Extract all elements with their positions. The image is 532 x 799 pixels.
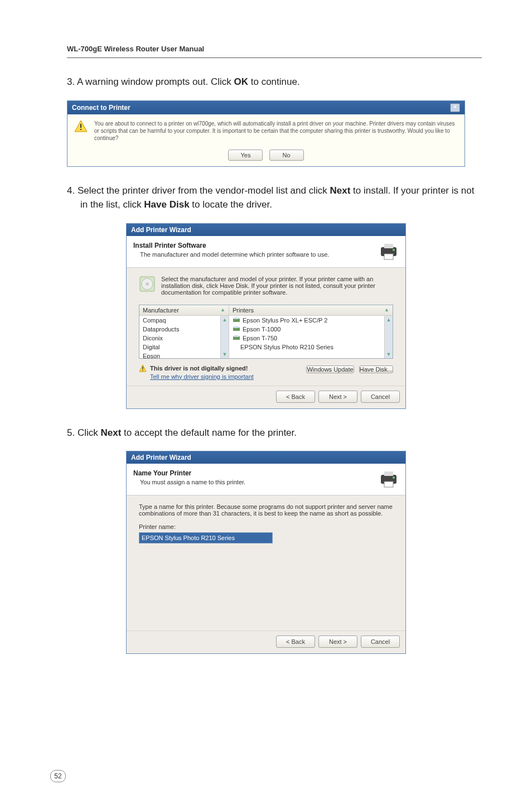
add-printer-wizard-name: Add Printer Wizard Name Your Printer You…: [126, 451, 406, 654]
list-item[interactable]: Compaq: [139, 316, 220, 325]
wizard2-heading: Name Your Printer: [133, 469, 379, 477]
sort-up-icon[interactable]: ▲: [220, 307, 225, 312]
printer-item-label: EPSON Stylus Photo R210 Series: [240, 344, 333, 350]
step-3: 3. A warning window prompts out. Click O…: [67, 75, 482, 89]
svg-rect-13: [234, 326, 239, 328]
wizard1-header: Install Printer Software The manufacture…: [127, 236, 405, 268]
warning-icon: [74, 120, 88, 132]
svg-rect-5: [384, 254, 393, 259]
scrollbar[interactable]: ▲ ▼: [384, 316, 393, 358]
list-item[interactable]: Diconix: [139, 334, 220, 343]
step-4-suffix: to locate the driver.: [190, 199, 272, 210]
step-4: 4. Select the printer driver from the ve…: [67, 184, 482, 212]
wizard1-buttons: < Back Next > Cancel: [127, 386, 405, 408]
list-item[interactable]: Epson T-1000: [229, 325, 384, 334]
have-disk-button[interactable]: Have Disk...: [359, 365, 393, 373]
scroll-down-icon[interactable]: ▼: [222, 352, 228, 357]
wizard1-heading: Install Printer Software: [133, 242, 379, 249]
next-button[interactable]: Next >: [318, 391, 357, 403]
printers-head[interactable]: Printers ▲: [229, 305, 393, 316]
scroll-up-icon[interactable]: ▲: [386, 317, 391, 323]
step-4-prefix: 4. Select the printer driver from the ve…: [67, 185, 330, 196]
driver-signing-link[interactable]: Tell me why driver signing is important: [150, 373, 254, 380]
step-4-next: Next: [330, 185, 350, 196]
list-item[interactable]: Epson Stylus Pro XL+ ESC/P 2: [229, 316, 384, 325]
printer-icon: [379, 242, 399, 262]
list-item[interactable]: EPSON Stylus Photo R210 Series: [229, 343, 384, 352]
sort-up-icon[interactable]: ▲: [384, 307, 389, 312]
page-number: 52: [50, 770, 66, 782]
step-5: 5. Click Next to accept the default name…: [67, 426, 482, 440]
printer-item-label: Epson Stylus Pro XL+ ESC/P 2: [243, 317, 327, 324]
svg-rect-11: [234, 317, 239, 319]
step-3-prefix: 3. A warning window prompts out. Click: [67, 76, 234, 87]
printer-item-label: Epson T-750: [243, 335, 277, 341]
wizard2-buttons: < Back Next > Cancel: [127, 630, 405, 653]
step-5-next: Next: [100, 427, 121, 438]
dialog1-warning-text: You are about to connect to a printer on…: [94, 120, 458, 142]
step-5-prefix: 5. Click: [67, 427, 100, 438]
list-item[interactable]: Epson T-750: [229, 334, 384, 343]
printer-name-label: Printer name:: [139, 523, 393, 530]
svg-rect-15: [234, 335, 239, 337]
svg-rect-2: [80, 129, 81, 130]
wizard2-title: Add Printer Wizard: [131, 454, 191, 461]
page-header: WL-700gE Wireless Router User Manual: [67, 45, 482, 58]
vendor-model-list: Manufacturer ▲ Compaq Dataproducts Dicon…: [139, 305, 393, 359]
cancel-button[interactable]: Cancel: [361, 636, 400, 648]
printer-name-input[interactable]: [139, 532, 273, 543]
dialog1-buttons: Yes No: [67, 147, 465, 166]
printer-icon: [379, 469, 399, 489]
back-button[interactable]: < Back: [276, 636, 315, 648]
wizard1-body: Select the manufacturer and model of you…: [127, 268, 405, 386]
svg-rect-4: [384, 244, 393, 248]
svg-rect-20: [384, 471, 393, 476]
step-5-suffix: to accept the default name for the print…: [121, 427, 297, 438]
wizard2-header: Name Your Printer You must assign a name…: [127, 464, 405, 495]
dialog1-body: You are about to connect to a printer on…: [67, 114, 465, 147]
wizard2-body-text: Type a name for this printer. Because so…: [139, 503, 393, 517]
disc-icon: [139, 276, 156, 292]
step-4-havedisk: Have Disk: [144, 199, 189, 210]
manufacturer-head[interactable]: Manufacturer ▲: [139, 305, 229, 316]
list-item[interactable]: Digital: [139, 343, 220, 352]
close-icon[interactable]: ×: [450, 103, 460, 112]
yes-button[interactable]: Yes: [228, 150, 263, 161]
wizard2-body: Type a name for this printer. Because so…: [127, 495, 405, 630]
step-3-ok: OK: [234, 76, 249, 87]
scrollbar[interactable]: ▲ ▼: [220, 316, 229, 358]
col1-label: Manufacturer: [143, 307, 179, 314]
dialog1-titlebar: Connect to Printer ×: [67, 101, 465, 114]
warning-icon: [139, 364, 147, 372]
svg-rect-18: [142, 370, 143, 370]
windows-update-button[interactable]: Windows Update: [306, 365, 354, 373]
next-button[interactable]: Next >: [318, 636, 357, 648]
scroll-up-icon[interactable]: ▲: [222, 317, 228, 323]
svg-point-6: [393, 249, 395, 251]
list-item[interactable]: Dataproducts: [139, 325, 220, 334]
wizard1-info: Select the manufacturer and model of you…: [161, 276, 393, 296]
back-button[interactable]: < Back: [276, 391, 315, 403]
wizard2-subheading: You must assign a name to this printer.: [140, 479, 379, 485]
svg-rect-21: [384, 482, 393, 487]
scroll-down-icon[interactable]: ▼: [386, 352, 391, 357]
list-item[interactable]: Epson: [139, 352, 220, 358]
printer-sm-icon: [233, 335, 240, 341]
wizard2-titlebar: Add Printer Wizard: [127, 451, 405, 464]
cancel-button[interactable]: Cancel: [361, 391, 400, 403]
svg-point-22: [393, 476, 395, 479]
wizard1-titlebar: Add Printer Wizard: [127, 224, 405, 236]
not-signed-text: This driver is not digitally signed!: [150, 365, 248, 372]
svg-rect-1: [80, 124, 81, 128]
printer-item-label: Epson T-1000: [243, 326, 280, 333]
svg-rect-17: [142, 367, 143, 369]
svg-point-9: [146, 282, 149, 286]
wizard1-subheading: The manufacturer and model determine whi…: [140, 251, 379, 258]
add-printer-wizard-install: Add Printer Wizard Install Printer Softw…: [126, 223, 406, 409]
dialog1-title: Connect to Printer: [72, 104, 130, 112]
printer-sm-icon: [233, 317, 240, 324]
connect-to-printer-dialog: Connect to Printer × You are about to co…: [67, 100, 465, 167]
wizard1-title: Add Printer Wizard: [131, 226, 191, 234]
no-button[interactable]: No: [269, 150, 304, 161]
col2-label: Printers: [233, 307, 254, 314]
